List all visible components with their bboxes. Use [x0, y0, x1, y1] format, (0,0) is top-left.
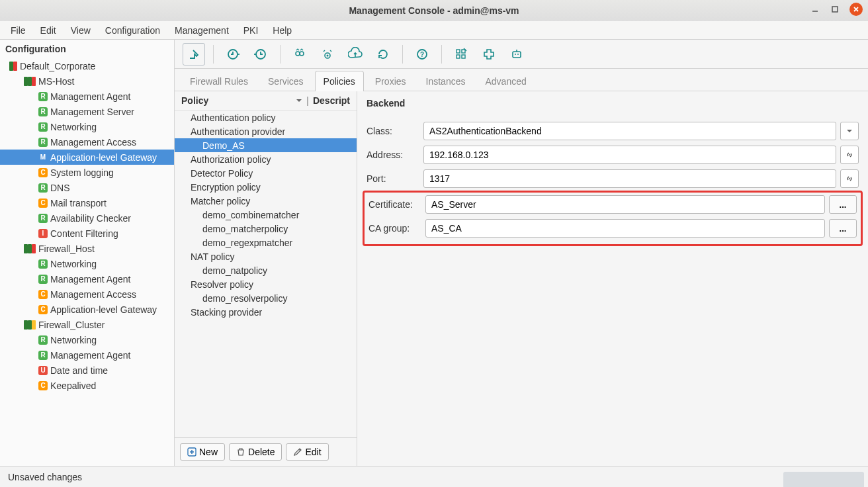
tree-node[interactable]: Firewall_Host [0, 241, 174, 256]
svg-point-6 [327, 54, 329, 56]
tree-node[interactable]: RNetworking [0, 332, 174, 347]
statusbar-handle[interactable] [783, 472, 864, 488]
svg-text:?: ? [420, 51, 424, 58]
toolbar: ? [175, 40, 868, 69]
svg-rect-0 [832, 7, 838, 12]
policy-node[interactable]: NAT policy [175, 249, 357, 263]
config-sidebar: Configuration Default_CorporateMS-HostRM… [0, 40, 175, 466]
tree-node[interactable]: RManagement Server [0, 104, 174, 119]
highlighted-section: Certificate: AS_Server ... CA group: AS_… [363, 191, 863, 246]
tree-node[interactable]: CSystem logging [0, 165, 174, 180]
policy-col-label[interactable]: Policy [181, 95, 208, 106]
policy-node[interactable]: demo_resolverpolicy [175, 291, 357, 305]
tab-advanced[interactable]: Advanced [476, 71, 535, 91]
svg-point-4 [300, 52, 304, 56]
ca-group-browse-button[interactable]: ... [829, 219, 857, 238]
menu-item-help[interactable]: Help [266, 23, 298, 38]
tab-firewall-rules[interactable]: Firewall Rules [181, 71, 257, 91]
policy-node[interactable]: Demo_AS [175, 138, 357, 152]
menu-item-file[interactable]: File [4, 23, 32, 38]
address-input[interactable] [423, 146, 836, 164]
tree-node[interactable]: IContent Filtering [0, 226, 174, 241]
policy-tree: Authentication policyAuthentication prov… [175, 111, 357, 437]
menu-item-pki[interactable]: PKI [237, 23, 265, 38]
toolbar-view-icon[interactable] [288, 43, 311, 66]
svg-rect-10 [462, 50, 465, 53]
policy-node[interactable]: Authentication policy [175, 111, 357, 124]
sort-desc-icon[interactable] [296, 95, 302, 106]
menu-item-management[interactable]: Management [168, 23, 236, 38]
svg-point-14 [515, 54, 516, 55]
toolbar-grid-icon[interactable] [450, 43, 472, 66]
tree-node[interactable]: Default_Corporate [0, 58, 174, 73]
policy-node[interactable]: Stacking provider [175, 305, 357, 319]
toolbar-robot-icon[interactable] [505, 43, 528, 66]
ca-group-label: CA group: [369, 223, 421, 234]
window-minimize-icon[interactable] [810, 4, 820, 15]
tree-node[interactable]: RManagement Access [0, 134, 174, 150]
policy-node[interactable]: Resolver policy [175, 277, 357, 291]
edit-button[interactable]: Edit [286, 443, 328, 461]
policy-node[interactable]: demo_regexpmatcher [175, 236, 357, 249]
tree-node[interactable]: RAvailability Checker [0, 210, 174, 226]
policy-node[interactable]: Encryption policy [175, 180, 357, 194]
status-text: Unsaved changes [8, 472, 82, 482]
toolbar-commit-icon[interactable] [222, 43, 244, 66]
tab-instances[interactable]: Instances [417, 71, 474, 91]
policy-node[interactable]: Matcher policy [175, 194, 357, 208]
menu-item-view[interactable]: View [64, 23, 97, 38]
tree-node[interactable]: RNetworking [0, 256, 174, 271]
window-maximize-icon[interactable] [830, 4, 840, 15]
toolbar-refresh-icon[interactable] [372, 43, 394, 66]
tree-node[interactable]: RManagement Agent [0, 271, 174, 287]
policy-node[interactable]: demo_combinematcher [175, 208, 357, 222]
tab-proxies[interactable]: Proxies [367, 71, 415, 91]
tree-node[interactable]: CMail transport [0, 195, 174, 210]
tab-services[interactable]: Services [259, 71, 312, 91]
policy-node[interactable]: Detector Policy [175, 166, 357, 180]
certificate-label: Certificate: [369, 199, 421, 210]
delete-button[interactable]: Delete [229, 443, 282, 461]
toolbar-gear-icon[interactable] [316, 43, 339, 66]
statusbar: Unsaved changes [0, 466, 868, 487]
toolbar-upload-icon[interactable] [344, 43, 367, 66]
toolbar-up-icon[interactable] [183, 43, 205, 66]
tree-node[interactable]: CApplication-level Gateway [0, 302, 174, 317]
svg-point-15 [517, 54, 519, 55]
port-input[interactable] [423, 169, 836, 188]
description-col-label[interactable]: Descript [313, 95, 350, 106]
policy-node[interactable]: demo_natpolicy [175, 263, 357, 277]
tree-node[interactable]: CKeepalived [0, 378, 174, 393]
menu-item-edit[interactable]: Edit [34, 23, 63, 38]
tree-node[interactable]: RDNS [0, 180, 174, 195]
window-close-icon[interactable] [849, 3, 863, 16]
class-dropdown-button[interactable] [840, 122, 859, 140]
certificate-input[interactable]: AS_Server [425, 195, 825, 214]
policy-node[interactable]: demo_matcherpolicy [175, 222, 357, 236]
svg-point-3 [296, 52, 300, 56]
port-link-button[interactable] [840, 169, 859, 188]
form-title: Backend [367, 98, 859, 109]
tree-node[interactable]: MS-Host [0, 73, 174, 89]
toolbar-help-icon[interactable]: ? [411, 43, 433, 66]
address-link-button[interactable] [840, 146, 859, 164]
policy-node[interactable]: Authentication provider [175, 124, 357, 138]
tree-node[interactable]: MApplication-level Gateway [0, 150, 174, 165]
tree-node[interactable]: UDate and time [0, 363, 174, 378]
toolbar-plugin-icon[interactable] [478, 43, 500, 66]
certificate-browse-button[interactable]: ... [829, 195, 857, 214]
toolbar-revert-icon[interactable] [249, 43, 272, 66]
tree-node[interactable]: RNetworking [0, 119, 174, 134]
new-button[interactable]: New [180, 443, 225, 461]
tab-policies[interactable]: Policies [315, 71, 364, 91]
tree-node[interactable]: RManagement Agent [0, 347, 174, 363]
port-label: Port: [367, 173, 419, 184]
policy-list-header: Policy | Descript [175, 91, 357, 111]
window-titlebar: Management Console - admin@ms-vm [0, 0, 868, 21]
policy-node[interactable]: Authorization policy [175, 152, 357, 166]
tree-node[interactable]: CManagement Access [0, 287, 174, 302]
tree-node[interactable]: RManagement Agent [0, 89, 174, 104]
tree-node[interactable]: Firewall_Cluster [0, 317, 174, 332]
menu-item-configuration[interactable]: Configuration [99, 23, 167, 38]
ca-group-input[interactable]: AS_CA [425, 219, 825, 238]
